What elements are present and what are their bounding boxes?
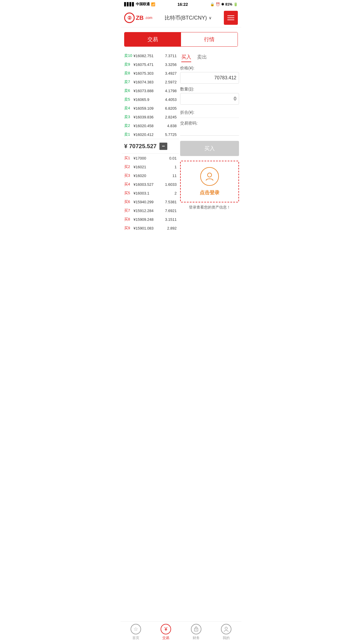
price-label: 价格(¥): [180, 66, 239, 71]
buy-price: ¥15940.299 [132, 200, 162, 204]
menu-line-2 [227, 18, 234, 18]
status-right: 🔒 ⏰ ✱ 81% 🔋 [210, 2, 238, 6]
sell-price: ¥16059.109 [132, 106, 162, 111]
sell-label: 卖5 [124, 97, 132, 102]
buy-label: 买3 [124, 173, 132, 178]
logo-circle: ② [124, 13, 135, 23]
sell-label: 卖9 [124, 62, 132, 67]
battery-icon: 🔋 [233, 2, 238, 6]
qty-input-group: 数量(₿): [180, 87, 239, 105]
buy-order-row[interactable]: 买2 ¥16021 1 [122, 162, 179, 171]
login-box[interactable]: 点击登录 [180, 161, 239, 202]
sell-price: ¥16039.836 [132, 115, 162, 119]
order-book: 卖10 ¥16082.751 7.3711 卖9 ¥16075.471 3.32… [122, 51, 179, 232]
asset-info: 登录查看您的资产信息！ [180, 202, 239, 212]
sell-order-row[interactable]: 卖9 ¥16075.471 3.3256 [122, 60, 179, 69]
right-panel: 买入 卖出 价格(¥): 数量(₿): 折合(¥): 交易密码: 买入 [179, 51, 240, 232]
buy-label: 买2 [124, 164, 132, 169]
sell-price: ¥16020.412 [132, 132, 162, 137]
user-icon-circle [200, 167, 219, 186]
logo-text: ZB [136, 15, 144, 21]
price-input-group: 价格(¥): [180, 66, 239, 84]
price-input[interactable] [180, 72, 239, 84]
sell-price: ¥16075.303 [132, 71, 162, 76]
app-header: ② ZB .com 比特币(BTC/CNY) ∨ [121, 8, 241, 27]
current-price-value: ¥ 70725.527 [124, 143, 157, 150]
sell-qty: 4.4053 [162, 97, 177, 102]
tab-trade[interactable]: 交易 [124, 32, 181, 46]
sell-label: 卖4 [124, 106, 132, 111]
buy-qty: 2.892 [162, 226, 177, 230]
bluetooth-icon: ✱ [221, 2, 224, 6]
sell-order-row[interactable]: 卖2 ¥16020.458 4.838 [122, 121, 179, 130]
sell-order-row[interactable]: 卖7 ¥16074.383 2.5972 [122, 78, 179, 86]
buy-price: ¥17000 [132, 156, 162, 160]
buy-qty: 0.01 [162, 156, 177, 160]
sell-tab[interactable]: 卖出 [197, 54, 207, 62]
signal-icon: ▋▋▋▋ [124, 2, 135, 6]
sell-price: ¥16082.751 [132, 54, 162, 58]
buy-label: 买6 [124, 199, 132, 204]
user-icon [205, 172, 214, 181]
sell-qty: 2.5972 [162, 80, 177, 84]
buy-order-row[interactable]: 买6 ¥15940.299 7.5381 [122, 197, 179, 206]
sell-order-row[interactable]: 卖3 ¥16039.836 2.8245 [122, 113, 179, 121]
buy-price: ¥15909.248 [132, 217, 162, 222]
buy-order-row[interactable]: 买4 ¥16003.527 1.6033 [122, 180, 179, 189]
menu-line-1 [227, 15, 234, 16]
buy-tab[interactable]: 买入 [181, 54, 191, 62]
svg-point-0 [208, 173, 212, 177]
sell-price: ¥16020.458 [132, 124, 162, 128]
buy-button[interactable]: 买入 [180, 141, 239, 156]
buy-qty: 1.6033 [162, 182, 177, 187]
tab-market[interactable]: 行情 [181, 32, 238, 46]
buy-label: 买1 [124, 155, 132, 161]
sell-qty: 2.8245 [162, 115, 177, 119]
sell-qty: 3.3256 [162, 62, 177, 67]
sell-order-row[interactable]: 卖1 ¥16020.412 5.7725 [122, 130, 179, 139]
buy-sell-tabs: 买入 卖出 [180, 51, 239, 66]
logo-com: .com [145, 16, 152, 20]
sell-price: ¥16075.471 [132, 62, 162, 67]
buy-orders: 买1 ¥17000 0.01 买2 ¥16021 1 买3 ¥16020 11 … [122, 154, 179, 232]
buy-qty: 7.5381 [162, 200, 177, 204]
sell-label: 卖7 [124, 79, 132, 85]
buy-order-row[interactable]: 买9 ¥15901.083 2.892 [122, 224, 179, 232]
menu-button[interactable] [224, 11, 238, 25]
sell-qty: 4.1798 [162, 89, 177, 93]
qty-input[interactable] [180, 93, 239, 105]
buy-qty: 3.1511 [162, 217, 177, 222]
login-text[interactable]: 点击登录 [200, 189, 219, 196]
buy-qty: 11 [162, 174, 177, 178]
buy-price: ¥16003.527 [132, 182, 162, 187]
password-input[interactable] [180, 126, 239, 136]
fold-label: 折合(¥): [180, 108, 239, 118]
header-title[interactable]: 比特币(BTC/CNY) ∨ [165, 14, 212, 21]
buy-order-row[interactable]: 买8 ¥15909.248 3.1511 [122, 215, 179, 224]
sell-orders: 卖10 ¥16082.751 7.3711 卖9 ¥16075.471 3.32… [122, 51, 179, 139]
buy-label: 买8 [124, 217, 132, 222]
status-bar: ▋▋▋▋ 中国联通 📶 16:22 🔒 ⏰ ✱ 81% 🔋 [121, 0, 241, 8]
sell-order-row[interactable]: 卖6 ¥16073.888 4.1798 [122, 86, 179, 95]
sell-qty: 4.838 [162, 124, 177, 128]
sell-order-row[interactable]: 卖4 ¥16059.109 6.8205 [122, 104, 179, 113]
sell-qty: 6.8205 [162, 106, 177, 111]
sell-label: 卖3 [124, 114, 132, 120]
buy-order-row[interactable]: 买5 ¥16003.1 2 [122, 189, 179, 197]
password-group: 交易密码: [180, 121, 239, 138]
sell-label: 卖10 [124, 53, 132, 58]
current-price-row: ¥ 70725.527 − [122, 139, 179, 154]
sell-order-row[interactable]: 卖10 ¥16082.751 7.3711 [122, 51, 179, 60]
buy-price: ¥15912.284 [132, 209, 162, 213]
logo[interactable]: ② ZB .com [124, 13, 152, 23]
dropdown-icon[interactable]: ∨ [209, 15, 212, 20]
sell-order-row[interactable]: 卖5 ¥16065.9 4.4053 [122, 95, 179, 104]
sell-price: ¥16074.383 [132, 80, 162, 84]
buy-order-row[interactable]: 买3 ¥16020 11 [122, 171, 179, 180]
sell-order-row[interactable]: 卖8 ¥16075.303 3.4927 [122, 69, 179, 78]
buy-label: 买4 [124, 182, 132, 187]
status-left: ▋▋▋▋ 中国联通 📶 [124, 2, 155, 7]
buy-order-row[interactable]: 买1 ¥17000 0.01 [122, 154, 179, 162]
buy-label: 买5 [124, 190, 132, 196]
buy-order-row[interactable]: 买7 ¥15912.284 7.6921 [122, 206, 179, 215]
